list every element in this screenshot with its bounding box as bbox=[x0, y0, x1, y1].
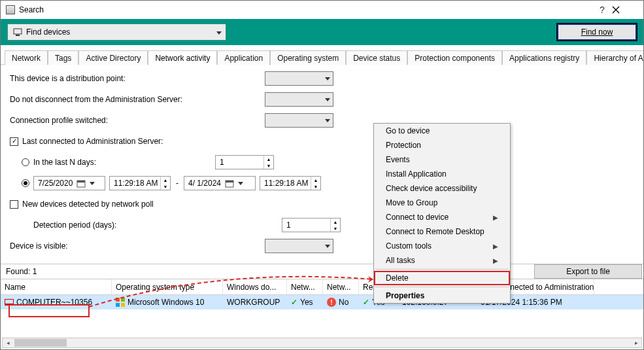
spinner-down-icon[interactable]: ▼ bbox=[311, 183, 320, 190]
tab-active-directory[interactable]: Active Directory bbox=[78, 50, 148, 65]
chevron-down-icon bbox=[216, 27, 222, 37]
windows-icon bbox=[116, 298, 125, 307]
chevron-down-icon bbox=[325, 98, 330, 101]
svg-rect-1 bbox=[16, 35, 20, 36]
distribution-point-combo[interactable] bbox=[265, 71, 333, 86]
label-new-devices: New devices detected by network poll bbox=[22, 200, 154, 209]
ctx-events[interactable]: Events bbox=[374, 152, 510, 167]
ctx-delete[interactable]: Delete bbox=[374, 271, 510, 285]
new-devices-checkbox[interactable] bbox=[10, 200, 18, 209]
col-name[interactable]: Name bbox=[1, 279, 112, 294]
calendar-icon bbox=[76, 179, 86, 188]
chevron-right-icon: ▶ bbox=[493, 257, 498, 264]
form-body: This device is a distribution point: Do … bbox=[1, 65, 643, 264]
chevron-right-icon: ▶ bbox=[493, 214, 498, 221]
context-menu: Go to device Protection Events Install A… bbox=[373, 123, 511, 304]
tab-device-status[interactable]: Device status bbox=[346, 50, 407, 65]
chevron-down-icon bbox=[90, 182, 95, 185]
spinner-down-icon[interactable]: ▼ bbox=[161, 183, 170, 190]
ctx-custom-tools[interactable]: Custom tools▶ bbox=[374, 239, 510, 253]
radio-last-n-days[interactable] bbox=[22, 158, 29, 166]
scroll-left-icon[interactable]: ◂ bbox=[3, 338, 13, 347]
ctx-go-to-device[interactable]: Go to device bbox=[374, 124, 510, 138]
no-disconnect-combo[interactable] bbox=[265, 92, 333, 107]
time-to-input[interactable]: 11:29:18 AM ▲▼ bbox=[260, 176, 321, 190]
tab-network-activity[interactable]: Network activity bbox=[148, 50, 217, 65]
label-distribution-point: This device is a distribution point: bbox=[10, 74, 265, 83]
svg-rect-7 bbox=[121, 298, 125, 302]
check-icon: ✓ bbox=[363, 298, 369, 307]
tab-operating-system[interactable]: Operating system bbox=[270, 50, 346, 65]
ctx-all-tasks[interactable]: All tasks▶ bbox=[374, 253, 510, 268]
tab-tags[interactable]: Tags bbox=[48, 50, 78, 65]
scroll-right-icon[interactable]: ▸ bbox=[631, 338, 641, 347]
svg-rect-9 bbox=[121, 303, 125, 307]
ctx-connect-remote-desktop[interactable]: Connect to Remote Desktop bbox=[374, 224, 510, 239]
window-title: Search bbox=[19, 5, 592, 14]
chevron-down-icon bbox=[238, 182, 243, 185]
device-visible-combo[interactable] bbox=[265, 239, 333, 253]
spinner-down-icon[interactable]: ▼ bbox=[331, 225, 340, 232]
n-days-input[interactable]: 1 ▲▼ bbox=[215, 155, 274, 169]
col-netw2[interactable]: Netw... bbox=[323, 279, 359, 294]
monitor-icon bbox=[13, 27, 22, 37]
last-connected-checkbox[interactable]: ✓ bbox=[10, 137, 18, 146]
spinner-up-icon[interactable]: ▲ bbox=[161, 177, 170, 183]
label-last-n-days: In the last N days: bbox=[33, 158, 215, 167]
computer-icon bbox=[5, 299, 14, 306]
svg-rect-0 bbox=[14, 29, 22, 34]
label-no-disconnect: Do not disconnect from the Administratio… bbox=[10, 95, 265, 104]
time-from-input[interactable]: 11:29:18 AM ▲▼ bbox=[109, 176, 171, 190]
menu-divider bbox=[375, 269, 509, 270]
svg-rect-5 bbox=[226, 181, 233, 183]
ctx-protection[interactable]: Protection bbox=[374, 138, 510, 152]
close-button[interactable] bbox=[612, 6, 638, 14]
find-now-button[interactable]: Find now bbox=[557, 24, 637, 41]
tab-network[interactable]: Network bbox=[5, 50, 48, 65]
col-os[interactable]: Operating system type bbox=[112, 279, 223, 294]
error-icon: ! bbox=[327, 298, 336, 307]
col-windows-domain[interactable]: Windows do... bbox=[223, 279, 287, 294]
ctx-check-accessibility[interactable]: Check device accessibility bbox=[374, 181, 510, 196]
search-type-combo[interactable]: Find devices bbox=[7, 24, 226, 41]
horizontal-scrollbar[interactable]: ◂ ▸ bbox=[2, 338, 642, 348]
label-last-connected: Last connected to Administration Server: bbox=[22, 137, 163, 146]
menu-divider bbox=[375, 287, 509, 287]
conn-profile-combo[interactable] bbox=[265, 113, 333, 128]
spinner-down-icon[interactable]: ▼ bbox=[264, 162, 273, 169]
chevron-down-icon bbox=[325, 77, 330, 80]
help-button[interactable]: ? bbox=[592, 5, 612, 15]
app-icon bbox=[6, 5, 15, 14]
label-conn-profile: Connection profile switched: bbox=[10, 116, 265, 125]
found-count: Found: 1 bbox=[6, 267, 37, 276]
ctx-connect-to-device[interactable]: Connect to device▶ bbox=[374, 210, 510, 224]
spinner-up-icon[interactable]: ▲ bbox=[311, 177, 320, 183]
table-row[interactable]: COMPUTER~~10356 Microsoft Windows 10 WOR… bbox=[1, 295, 643, 309]
chevron-down-icon bbox=[325, 119, 330, 122]
tab-application[interactable]: Application bbox=[217, 50, 270, 65]
search-type-label: Find devices bbox=[26, 27, 70, 37]
ctx-install-application[interactable]: Install Application bbox=[374, 167, 510, 181]
svg-rect-6 bbox=[116, 298, 120, 302]
tab-strip: Network Tags Active Directory Network ac… bbox=[1, 49, 643, 65]
range-separator: - bbox=[176, 179, 178, 188]
check-icon: ✓ bbox=[291, 298, 297, 307]
export-button[interactable]: Export to file bbox=[534, 264, 642, 279]
tab-applications-registry[interactable]: Applications registry bbox=[502, 50, 586, 65]
tab-hierarchy[interactable]: Hierarchy of Administration Servers bbox=[586, 50, 644, 65]
tab-protection-components[interactable]: Protection components bbox=[407, 50, 502, 65]
svg-rect-8 bbox=[116, 303, 120, 307]
toolbar: Find devices Find now bbox=[1, 19, 643, 45]
col-netw1[interactable]: Netw... bbox=[287, 279, 323, 294]
label-device-visible: Device is visible: bbox=[10, 241, 265, 251]
results-header: Name Operating system type Windows do...… bbox=[1, 279, 643, 295]
date-to-input[interactable]: 4/ 1/2024 bbox=[184, 176, 256, 190]
ctx-properties[interactable]: Properties bbox=[374, 289, 510, 303]
spinner-up-icon[interactable]: ▲ bbox=[331, 219, 340, 225]
radio-date-range[interactable] bbox=[22, 179, 29, 187]
detection-period-input[interactable]: 1 ▲▼ bbox=[282, 218, 341, 232]
spinner-up-icon[interactable]: ▲ bbox=[264, 156, 273, 162]
scroll-thumb[interactable] bbox=[14, 339, 67, 347]
date-from-input[interactable]: 7/25/2020 bbox=[33, 176, 105, 190]
ctx-move-to-group[interactable]: Move to Group bbox=[374, 196, 510, 210]
